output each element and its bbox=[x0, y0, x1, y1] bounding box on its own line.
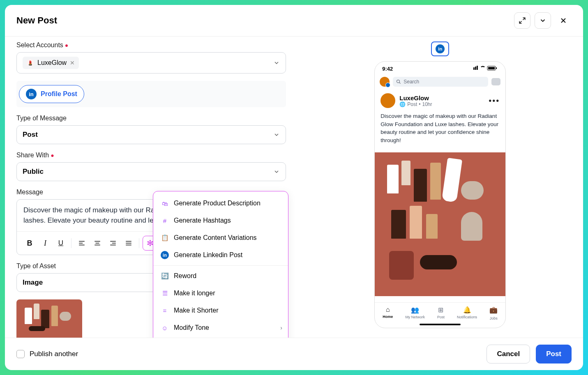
align-center-button[interactable] bbox=[90, 236, 104, 250]
phone-search-input: Search bbox=[393, 77, 488, 87]
modal-body: Select Accounts● 💄 LuxeGlow ✕ in Profile… bbox=[5, 37, 583, 338]
ai-simplify[interactable]: ✦ Simplify Language bbox=[153, 336, 288, 338]
linkedin-icon: in bbox=[161, 251, 169, 259]
phone-search-row: Search bbox=[375, 74, 505, 89]
publish-another-checkbox[interactable] bbox=[16, 350, 25, 358]
footer-actions: Cancel Post bbox=[487, 345, 572, 363]
cancel-button[interactable]: Cancel bbox=[487, 345, 530, 363]
underline-button[interactable]: U bbox=[54, 236, 68, 250]
align-left-button[interactable] bbox=[75, 236, 89, 250]
collapse-icon: = bbox=[161, 306, 169, 315]
phone-time: 9:42 bbox=[382, 66, 393, 72]
svg-rect-4 bbox=[488, 67, 495, 69]
clipboard-icon: 📋 bbox=[161, 234, 169, 242]
svg-rect-0 bbox=[473, 67, 475, 70]
align-justify-button[interactable] bbox=[122, 236, 136, 250]
share-with-field: Share With● Public bbox=[16, 152, 286, 181]
close-button[interactable] bbox=[555, 12, 572, 29]
ai-generate-product-description[interactable]: 🛍 Generate Product Description bbox=[153, 195, 288, 212]
header-actions bbox=[514, 12, 572, 29]
phone-preview: 9:42 Search bbox=[374, 61, 506, 328]
menu-separator bbox=[153, 265, 288, 266]
svg-rect-5 bbox=[496, 67, 497, 69]
nav-notifications: 🔔Notifications bbox=[457, 306, 477, 320]
bag-icon: 🛍 bbox=[161, 199, 169, 207]
preview-post-image bbox=[375, 152, 505, 296]
phone-status-icons bbox=[473, 66, 498, 72]
hashtag-icon: # bbox=[161, 216, 169, 225]
preview-post-avatar bbox=[380, 93, 395, 108]
select-accounts-input[interactable]: 💄 LuxeGlow ✕ bbox=[16, 52, 286, 74]
profile-post-chip[interactable]: in Profile Post bbox=[19, 85, 84, 103]
svg-point-6 bbox=[397, 80, 400, 83]
share-with-label: Share With● bbox=[16, 152, 286, 159]
toolbar-divider bbox=[71, 238, 71, 248]
align-right-button[interactable] bbox=[106, 236, 120, 250]
more-icon: ••• bbox=[489, 96, 500, 106]
chat-icon bbox=[491, 78, 500, 85]
nav-post: ⊞Post bbox=[437, 306, 445, 320]
nav-network: 👥My Network bbox=[405, 306, 425, 320]
refresh-icon: 🔄 bbox=[161, 272, 169, 280]
ai-generate-variations[interactable]: 📋 Generate Content Variations bbox=[153, 229, 288, 246]
home-icon: ⌂ bbox=[386, 306, 390, 313]
share-with-select[interactable]: Public bbox=[16, 162, 286, 181]
asset-thumbnail[interactable] bbox=[16, 299, 82, 338]
preview-post-text: Discover the magic of makeup with our Ra… bbox=[380, 112, 500, 144]
bell-icon: 🔔 bbox=[463, 306, 471, 314]
preview-post-header: LuxeGlow 🌐 Post • 10hr ••• bbox=[380, 93, 500, 108]
account-avatar-icon: 💄 bbox=[27, 59, 34, 67]
publish-another-label: Publish another bbox=[30, 350, 78, 358]
minimize-button[interactable] bbox=[514, 12, 530, 29]
chevron-down-icon bbox=[273, 168, 280, 175]
ai-make-shorter[interactable]: = Make it Shorter bbox=[153, 302, 288, 319]
globe-icon: 🌐 bbox=[399, 101, 406, 107]
ai-modify-tone[interactable]: ☺ Modify Tone › bbox=[153, 319, 288, 336]
chevron-right-icon: › bbox=[280, 324, 282, 331]
remove-chip-icon[interactable]: ✕ bbox=[70, 60, 75, 66]
form-panel: Select Accounts● 💄 LuxeGlow ✕ in Profile… bbox=[5, 37, 297, 338]
home-indicator bbox=[420, 324, 461, 325]
svg-rect-2 bbox=[477, 66, 478, 70]
select-accounts-field: Select Accounts● 💄 LuxeGlow ✕ bbox=[16, 41, 286, 74]
type-of-asset-value: Image bbox=[23, 278, 43, 287]
ai-reword[interactable]: 🔄 Reword bbox=[153, 267, 288, 285]
type-of-message-field: Type of Message Post bbox=[16, 115, 286, 144]
ai-make-longer[interactable]: ☰ Make it longer bbox=[153, 285, 288, 302]
svg-rect-1 bbox=[475, 67, 476, 70]
account-chip-label: LuxeGlow bbox=[37, 59, 67, 67]
post-button[interactable]: Post bbox=[536, 345, 572, 363]
type-of-message-select[interactable]: Post bbox=[16, 125, 286, 144]
chevron-down-icon bbox=[273, 60, 280, 66]
profile-post-row: in Profile Post bbox=[16, 81, 286, 107]
preview-post-name: LuxeGlow bbox=[399, 94, 432, 101]
plus-square-icon: ⊞ bbox=[438, 306, 443, 314]
type-of-message-value: Post bbox=[23, 131, 38, 139]
bold-button[interactable]: B bbox=[23, 236, 37, 250]
type-of-message-label: Type of Message bbox=[16, 115, 286, 122]
ai-generate-linkedin-post[interactable]: in Generate Linkedin Post bbox=[153, 246, 288, 264]
phone-nav-bar: ⌂Home 👥My Network ⊞Post 🔔Notifications 💼… bbox=[375, 302, 505, 322]
italic-button[interactable]: I bbox=[38, 236, 52, 250]
preview-platform-badge[interactable]: in bbox=[431, 41, 449, 56]
linkedin-icon: in bbox=[26, 89, 37, 99]
new-post-modal: New Post Select Accounts● 💄 bbox=[5, 5, 583, 370]
search-icon bbox=[396, 79, 401, 84]
preview-post: LuxeGlow 🌐 Post • 10hr ••• Discover the … bbox=[375, 89, 505, 152]
modal-header: New Post bbox=[5, 5, 583, 37]
toolbar-divider bbox=[139, 238, 139, 248]
collapse-button[interactable] bbox=[535, 12, 551, 29]
people-icon: 👥 bbox=[411, 306, 419, 314]
phone-avatar bbox=[380, 77, 390, 87]
publish-another-row: Publish another bbox=[16, 350, 78, 358]
face-icon: ☺ bbox=[161, 324, 169, 332]
modal-title: New Post bbox=[16, 15, 57, 26]
profile-post-label: Profile Post bbox=[41, 90, 77, 98]
ai-menu: 🛍 Generate Product Description # Generat… bbox=[153, 191, 288, 338]
preview-post-meta: 🌐 Post • 10hr bbox=[399, 101, 432, 107]
chevron-down-icon bbox=[273, 131, 280, 138]
expand-icon: ☰ bbox=[161, 289, 169, 297]
preview-panel: in 9:42 Search bbox=[297, 37, 583, 338]
ai-generate-hashtags[interactable]: # Generate Hashtags bbox=[153, 212, 288, 229]
nav-jobs: 💼Jobs bbox=[489, 306, 498, 320]
